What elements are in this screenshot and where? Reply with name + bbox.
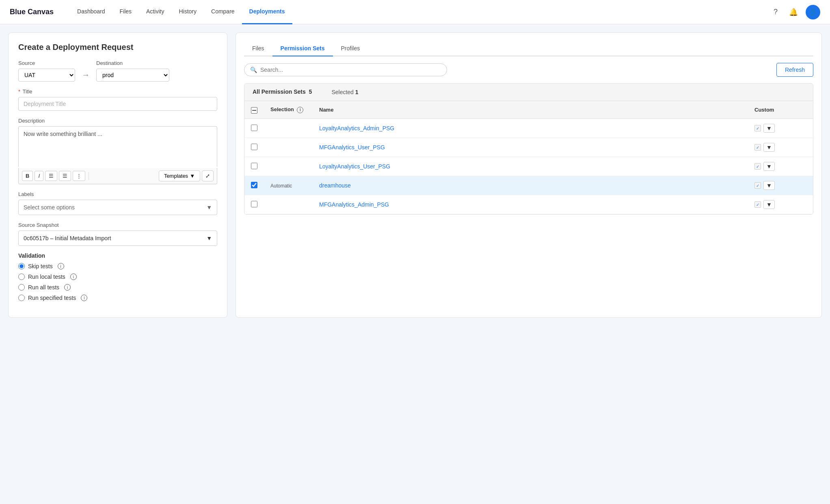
run-all-tests-info-icon[interactable]: i: [64, 284, 71, 291]
nav-link-deployments[interactable]: Deployments: [242, 0, 292, 24]
nav-link-activity[interactable]: Activity: [139, 0, 171, 24]
right-panel-tabs: Files Permission Sets Profiles: [244, 41, 813, 56]
table-row: LoyaltyAnalytics_Admin_PSG ✓ ▼: [244, 119, 813, 138]
run-local-tests-info-icon[interactable]: i: [70, 274, 77, 280]
nav-actions: ? 🔔 👤: [770, 5, 820, 19]
run-local-tests-label: Run local tests: [28, 274, 65, 280]
toolbar-separator: [89, 172, 89, 180]
permission-sets-table: All Permission Sets 5 Selected 1 Selecti…: [244, 83, 813, 215]
arrow-icon: →: [82, 70, 90, 80]
run-local-tests-radio[interactable]: [18, 274, 25, 280]
search-input[interactable]: [260, 67, 441, 73]
tab-profiles[interactable]: Profiles: [333, 41, 368, 56]
title-input[interactable]: [18, 97, 217, 111]
templates-chevron-icon: ▼: [190, 173, 195, 179]
labels-section: Labels Select some options ▼: [18, 191, 217, 215]
table-row: MFGAnalytics_Admin_PSG ✓ ▼: [244, 195, 813, 214]
row5-custom: ✓ ▼: [748, 195, 813, 214]
row1-custom: ✓ ▼: [748, 119, 813, 138]
title-section: * Title: [18, 88, 217, 111]
destination-select[interactable]: prod: [96, 69, 169, 82]
app-brand: Blue Canvas: [10, 8, 54, 16]
italic-button[interactable]: I: [35, 171, 43, 181]
row2-name[interactable]: MFGAnalytics_User_PSG: [313, 138, 748, 157]
row1-checkbox[interactable]: [251, 125, 257, 131]
nav-links: Dashboard Files Activity History Compare…: [70, 0, 770, 24]
run-all-tests-label: Run all tests: [28, 284, 59, 291]
selection-info-icon[interactable]: i: [297, 107, 303, 113]
table-header-tabs: All Permission Sets 5 Selected 1: [244, 84, 813, 101]
ordered-list-button[interactable]: ☰: [45, 171, 57, 181]
row1-custom-check: ✓: [754, 125, 761, 131]
row1-checkbox-cell[interactable]: [244, 119, 264, 138]
row1-custom-dropdown[interactable]: ▼: [763, 124, 775, 133]
help-icon[interactable]: ?: [770, 6, 781, 18]
row4-custom-dropdown[interactable]: ▼: [763, 181, 775, 190]
automatic-badge: Automatic: [270, 183, 292, 189]
destination-group: Destination prod: [96, 60, 169, 82]
skip-tests-info-icon[interactable]: i: [58, 263, 64, 269]
labels-placeholder: Select some options: [24, 204, 75, 211]
expand-button[interactable]: ⤢: [202, 170, 214, 181]
search-box: 🔍: [244, 63, 447, 76]
user-avatar[interactable]: 👤: [806, 5, 820, 19]
row1-name[interactable]: LoyaltyAnalytics_Admin_PSG: [313, 119, 748, 138]
row3-checkbox[interactable]: [251, 163, 257, 169]
search-refresh-row: 🔍 Refresh: [244, 63, 813, 77]
source-snapshot-dropdown[interactable]: 0c60517b – Initial Metadata Import ▼: [18, 230, 217, 246]
table-row: MFGAnalytics_User_PSG ✓ ▼: [244, 138, 813, 157]
row4-custom: ✓ ▼: [748, 176, 813, 195]
source-group: Source UAT: [18, 60, 75, 82]
table-row: LoyaltyAnalytics_User_PSG ✓ ▼: [244, 157, 813, 176]
tab-permission-sets[interactable]: Permission Sets: [272, 41, 333, 56]
run-all-tests-radio[interactable]: [18, 284, 25, 291]
row2-checkbox-cell[interactable]: [244, 138, 264, 157]
nav-link-history[interactable]: History: [171, 0, 204, 24]
selected-tab[interactable]: Selected 1: [323, 84, 366, 100]
run-specified-tests-info-icon[interactable]: i: [81, 295, 87, 301]
labels-dropdown[interactable]: Select some options ▼: [18, 200, 217, 215]
row2-custom-dropdown[interactable]: ▼: [763, 143, 775, 152]
editor-toolbar: B I ☰ ☰ ⋮ Templates ▼ ⤢: [18, 168, 217, 184]
row4-checkbox-cell[interactable]: [244, 176, 264, 195]
source-snapshot-section: Source Snapshot 0c60517b – Initial Metad…: [18, 222, 217, 246]
row2-custom: ✓ ▼: [748, 138, 813, 157]
row5-checkbox-cell[interactable]: [244, 195, 264, 214]
tab-files[interactable]: Files: [244, 41, 272, 56]
all-permission-sets-tab[interactable]: All Permission Sets 5: [244, 84, 320, 101]
row3-name[interactable]: LoyaltyAnalytics_User_PSG: [313, 157, 748, 176]
row2-checkbox[interactable]: [251, 144, 257, 150]
run-specified-tests-radio[interactable]: [18, 295, 25, 301]
notification-icon[interactable]: 🔔: [788, 6, 799, 18]
row5-custom-dropdown[interactable]: ▼: [763, 200, 775, 209]
table-header-row: Selection i Name Custom: [244, 101, 813, 119]
labels-label: Labels: [18, 191, 34, 197]
bold-button[interactable]: B: [22, 171, 33, 181]
description-textarea[interactable]: Now write something brilliant ...: [18, 126, 217, 167]
more-button[interactable]: ⋮: [73, 171, 85, 181]
unordered-list-button[interactable]: ☰: [59, 171, 71, 181]
row2-custom-check: ✓: [754, 144, 761, 151]
run-specified-tests-option[interactable]: Run specified tests i: [18, 295, 217, 301]
source-label: Source: [18, 60, 75, 66]
row3-checkbox-cell[interactable]: [244, 157, 264, 176]
skip-tests-radio[interactable]: [18, 263, 25, 269]
run-all-tests-option[interactable]: Run all tests i: [18, 284, 217, 291]
row4-name[interactable]: dreamhouse: [313, 176, 748, 195]
row4-checkbox[interactable]: [251, 182, 257, 188]
minus-checkbox[interactable]: [251, 107, 257, 114]
row4-custom-check: ✓: [754, 182, 761, 189]
run-local-tests-option[interactable]: Run local tests i: [18, 274, 217, 280]
row5-name[interactable]: MFGAnalytics_Admin_PSG: [313, 195, 748, 214]
source-select[interactable]: UAT: [18, 69, 75, 82]
templates-button[interactable]: Templates ▼: [159, 170, 200, 181]
refresh-button[interactable]: Refresh: [776, 63, 813, 77]
row5-checkbox[interactable]: [251, 201, 257, 207]
select-all-header[interactable]: [244, 101, 264, 119]
skip-tests-option[interactable]: Skip tests i: [18, 263, 217, 269]
row3-custom-dropdown[interactable]: ▼: [763, 162, 775, 171]
nav-link-files[interactable]: Files: [112, 0, 139, 24]
nav-link-dashboard[interactable]: Dashboard: [70, 0, 112, 24]
snapshot-caret-icon: ▼: [206, 235, 212, 241]
nav-link-compare[interactable]: Compare: [204, 0, 242, 24]
